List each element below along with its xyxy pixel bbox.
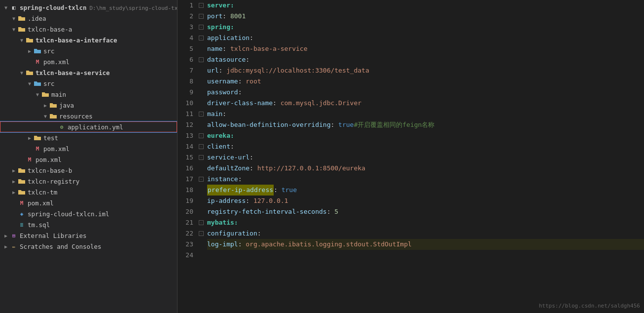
line-number: 1 — [178, 0, 193, 11]
folder-icon — [49, 101, 57, 109]
pom-icon: M — [34, 58, 41, 66]
tree-item-pom-1[interactable]: Mpom.xml — [0, 56, 177, 67]
tree-item-test[interactable]: test — [0, 132, 177, 143]
tree-item-src-1[interactable]: src — [0, 45, 177, 56]
tree-item-resources[interactable]: resources — [0, 111, 177, 121]
fold-marker[interactable]: - — [197, 228, 205, 239]
tree-item-sql[interactable]: ≣tm.sql — [0, 219, 177, 230]
code-line: server: — [207, 0, 644, 11]
tree-item-label: test — [43, 134, 58, 142]
tree-item-label: pom.xml — [28, 199, 54, 207]
line-number: 14 — [178, 141, 193, 152]
tree-item-java[interactable]: java — [0, 100, 177, 111]
arrow-icon — [2, 244, 10, 249]
tree-item-scratches[interactable]: ✏Scratches and Consoles — [0, 241, 177, 252]
yml-icon: ⚙ — [58, 123, 66, 131]
arrow-icon — [18, 70, 26, 76]
fold-marker[interactable]: - — [197, 33, 205, 43]
tree-item-spring-cloud-txlcn[interactable]: ◧spring-cloud-txlcnD:\hm_study\spring-cl… — [0, 2, 177, 13]
fold-marker[interactable] — [197, 76, 205, 87]
fold-marker[interactable] — [197, 87, 205, 98]
code-line: eureka: — [207, 130, 644, 141]
line-number: 23 — [178, 239, 193, 250]
tree-item-label: pom.xml — [43, 145, 70, 153]
code-line: spring: — [207, 22, 644, 33]
code-line: port: 8001 — [207, 11, 644, 22]
line-number: 2 — [178, 11, 193, 22]
tree-item-label: src — [43, 47, 55, 55]
tree-item-txlcn-registry[interactable]: txlcn-registry — [0, 176, 177, 187]
tree-item-txlcn-base-a-service[interactable]: txlcn-base-a-service — [0, 67, 177, 78]
folder-icon — [18, 188, 26, 196]
tree-item-pom-3[interactable]: Mpom.xml — [0, 154, 177, 165]
fold-marker[interactable]: - — [197, 174, 205, 185]
module-icon: ◧ — [10, 3, 18, 11]
arrow-icon — [10, 179, 18, 184]
line-number: 8 — [178, 76, 193, 87]
tree-item-label: txlcn-base-a — [28, 26, 72, 33]
pom-icon: M — [34, 145, 41, 153]
code-line: password: — [207, 87, 644, 98]
line-number: 5 — [178, 43, 193, 54]
arrow-icon — [34, 92, 41, 97]
line-number: 24 — [178, 250, 193, 261]
fold-marker[interactable]: - — [197, 152, 205, 163]
fold-marker[interactable] — [197, 65, 205, 76]
code-line: instance: — [207, 174, 644, 185]
tree-item-txlcn-base-a-interface[interactable]: txlcn-base-a-interface — [0, 35, 177, 45]
fold-marker[interactable] — [197, 250, 205, 261]
fold-marker[interactable] — [197, 119, 205, 130]
tree-item-application-yml[interactable]: ⚙application.yml — [0, 121, 177, 132]
tree-item-external-libs[interactable]: ⊞External Libraries — [0, 230, 177, 241]
tree-item-label: resources — [59, 113, 93, 120]
fold-marker[interactable] — [197, 196, 205, 206]
tree-item-txlcn-tm[interactable]: txlcn-tm — [0, 187, 177, 197]
fold-marker[interactable] — [197, 206, 205, 217]
tree-item-label: txlcn-tm — [28, 189, 57, 196]
tree-item-idea[interactable]: .idea — [0, 13, 177, 24]
code-area[interactable]: server: port: 8001spring: application: n… — [205, 0, 644, 313]
tree-item-txlcn-base-b[interactable]: txlcn-base-b — [0, 165, 177, 176]
arrow-icon — [26, 135, 34, 141]
tree-item-label: main — [51, 91, 66, 98]
tree-item-main[interactable]: main — [0, 89, 177, 100]
line-number: 10 — [178, 98, 193, 109]
tree-item-label: txlcn-base-b — [28, 167, 72, 174]
tree-item-txlcn-base-a[interactable]: txlcn-base-a — [0, 24, 177, 35]
line-number: 6 — [178, 54, 193, 65]
tree-item-pom-2[interactable]: Mpom.xml — [0, 143, 177, 154]
tree-item-label: pom.xml — [43, 58, 70, 66]
fold-marker[interactable]: - — [197, 11, 205, 22]
fold-marker[interactable] — [197, 185, 205, 196]
fold-marker[interactable]: - — [197, 109, 205, 119]
fold-marker[interactable]: - — [197, 141, 205, 152]
fold-marker[interactable] — [197, 98, 205, 109]
fold-marker[interactable]: - — [197, 54, 205, 65]
line-number: 19 — [178, 196, 193, 206]
tree-item-pom-root[interactable]: Mpom.xml — [0, 197, 177, 208]
fold-marker[interactable]: - — [197, 22, 205, 33]
folder-icon — [18, 166, 26, 174]
line-number: 16 — [178, 163, 193, 174]
line-numbers: 123456789101112131415161718192021222324 — [178, 0, 197, 313]
code-line — [207, 250, 644, 261]
tree-item-iml[interactable]: ◈spring-cloud-txlcn.iml — [0, 208, 177, 219]
folder-icon — [34, 134, 41, 142]
line-number: 21 — [178, 217, 193, 228]
fold-marker[interactable]: - — [197, 0, 205, 11]
code-line: datasource: — [207, 54, 644, 65]
code-line: registry-fetch-interval-seconds: 5 — [207, 206, 644, 217]
fold-marker[interactable]: - — [197, 130, 205, 141]
fold-marker[interactable] — [197, 239, 205, 250]
tree-item-src-2[interactable]: src — [0, 78, 177, 89]
folder-icon — [26, 36, 34, 44]
iml-icon: ◈ — [18, 210, 26, 218]
fold-marker[interactable]: - — [197, 217, 205, 228]
fold-marker[interactable] — [197, 163, 205, 174]
arrow-icon — [41, 103, 49, 108]
line-number: 7 — [178, 65, 193, 76]
sql-icon: ≣ — [18, 221, 26, 229]
tree-item-label: pom.xml — [36, 156, 62, 163]
fold-marker[interactable] — [197, 43, 205, 54]
code-line: prefer-ip-address: true — [207, 185, 644, 196]
